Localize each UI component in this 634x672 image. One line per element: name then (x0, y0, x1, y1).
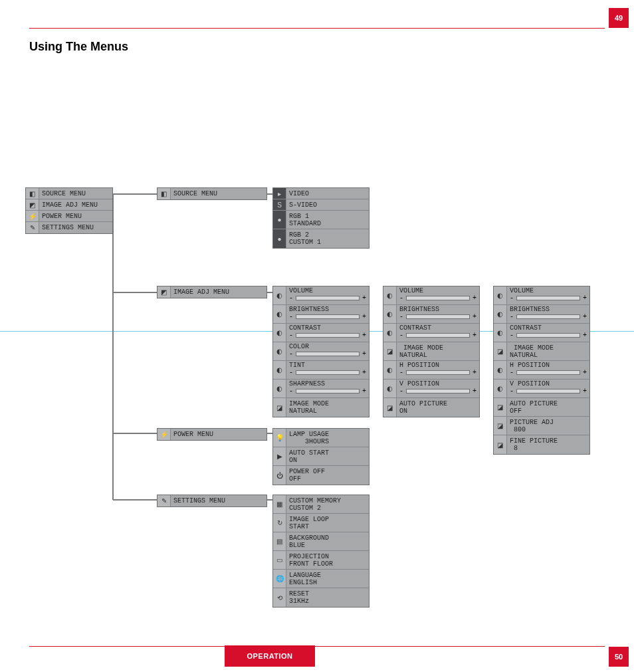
slider-p1-5[interactable]: ◐SHARPNESS-+ (273, 380, 369, 398)
fine-picture[interactable]: ◪FINE PICTURE 8 (494, 435, 589, 454)
submenu-header[interactable]: ⚡ POWER MENU (158, 429, 266, 440)
slider-p2b-1[interactable]: ◐V POSITION-+ (383, 380, 479, 398)
option-power-off[interactable]: ⏻ POWER OFF OFF (273, 466, 369, 485)
slider-bar[interactable]: -+ (286, 369, 369, 376)
slider-bar[interactable]: -+ (286, 332, 369, 339)
slider-bar[interactable]: -+ (286, 313, 369, 320)
slider-p1-0[interactable]: ◐VOLUME-+ (273, 286, 369, 305)
slider-p3-0[interactable]: ◐VOLUME-+ (494, 286, 589, 305)
plus-icon[interactable]: + (583, 313, 587, 320)
picture-adj[interactable]: ◪PICTURE ADJ 800 (494, 417, 589, 435)
slider-p2-1[interactable]: ◐BRIGHTNESS-+ (383, 305, 479, 324)
minus-icon[interactable]: - (399, 388, 403, 395)
option-custom-memory[interactable]: ▦ CUSTOM MEMORY CUSTOM 2 (273, 495, 369, 514)
menu-item-settings[interactable]: ✎ SETTINGS MENU (26, 222, 112, 233)
slider-p3b-0[interactable]: ◐H POSITION-+ (494, 361, 589, 380)
slider-bar[interactable]: -+ (286, 350, 369, 358)
plus-icon[interactable]: + (473, 369, 476, 376)
slider-bar[interactable]: -+ (507, 313, 589, 320)
minus-icon[interactable]: - (289, 332, 293, 339)
slider-bar[interactable]: -+ (397, 369, 479, 376)
minus-icon[interactable]: - (399, 369, 403, 376)
option-video[interactable]: ▸ VIDEO (273, 188, 369, 199)
plus-icon[interactable]: + (473, 388, 476, 395)
auto-picture[interactable]: ◪AUTO PICTURE ON (383, 398, 479, 417)
slider-bar[interactable]: -+ (286, 294, 369, 302)
option-language[interactable]: 🌐 LANGUAGE ENGLISH (273, 570, 369, 588)
slider-bar[interactable]: -+ (507, 388, 589, 395)
plus-icon[interactable]: + (362, 369, 366, 376)
image-mode[interactable]: ◪IMAGE MODE NATURAL (273, 398, 369, 417)
plus-icon[interactable]: + (473, 332, 476, 339)
menu-item-image-adj[interactable]: ◩ IMAGE ADJ MENU (26, 199, 112, 211)
slider-bar[interactable]: -+ (507, 369, 589, 376)
slider-bar[interactable]: -+ (397, 294, 479, 302)
option-label: BACKGROUND BLUE (286, 532, 369, 550)
slider-bar[interactable]: -+ (397, 332, 479, 339)
minus-icon[interactable]: - (289, 313, 293, 320)
option-lamp-usage[interactable]: 💡 LAMP USAGE 3HOURS (273, 429, 369, 447)
slider-p1-4[interactable]: ◐TINT-+ (273, 361, 369, 380)
option-background[interactable]: ▤ BACKGROUND BLUE (273, 532, 369, 551)
slider-p1-3[interactable]: ◐COLOR-+ (273, 342, 369, 361)
option-reset[interactable]: ⟲ RESET 31KHz (273, 588, 369, 607)
slider-bar[interactable]: -+ (397, 388, 479, 395)
minus-icon[interactable]: - (510, 388, 514, 395)
auto-picture[interactable]: ◪AUTO PICTURE OFF (494, 398, 589, 417)
plus-icon[interactable]: + (583, 294, 587, 302)
menu-item-source[interactable]: ◧ SOURCE MENU (26, 188, 112, 199)
image-mode[interactable]: ◪ IMAGE MODE NATURAL (494, 342, 589, 361)
slider-p3-1[interactable]: ◐BRIGHTNESS-+ (494, 305, 589, 324)
plus-icon[interactable]: + (583, 332, 587, 339)
slider-bar[interactable]: -+ (397, 313, 479, 320)
minus-icon[interactable]: - (399, 294, 403, 302)
plus-icon[interactable]: + (473, 313, 476, 320)
plus-icon[interactable]: + (473, 294, 476, 302)
menu-item-power[interactable]: ⚡ POWER MENU (26, 211, 112, 222)
slider-bar[interactable]: -+ (286, 388, 369, 395)
option-rgb2[interactable]: ● RGB 2 CUSTOM 1 (273, 229, 369, 248)
minus-icon[interactable]: - (399, 313, 403, 320)
minus-icon[interactable]: - (510, 332, 514, 339)
option-rgb1[interactable]: ● RGB 1 STANDARD (273, 211, 369, 229)
slider-p1-1[interactable]: ◐BRIGHTNESS-+ (273, 305, 369, 324)
option-image-loop[interactable]: ↻ IMAGE LOOP START (273, 514, 369, 532)
plus-icon[interactable]: + (362, 388, 366, 395)
submenu-header[interactable]: ✎ SETTINGS MENU (158, 495, 266, 506)
minus-icon[interactable]: - (510, 313, 514, 320)
page-number-bottom: 50 (609, 647, 629, 667)
slider-p2-2[interactable]: ◐CONTRAST-+ (383, 324, 479, 342)
plus-icon[interactable]: + (362, 350, 366, 358)
plus-icon[interactable]: + (362, 332, 366, 339)
image-adj-header: ◩ IMAGE ADJ MENU (157, 286, 267, 298)
plus-icon[interactable]: + (362, 294, 366, 302)
menu-item-label: SETTINGS MENU (39, 222, 112, 233)
plus-icon[interactable]: + (583, 369, 587, 376)
submenu-header-label: SOURCE MENU (171, 188, 266, 199)
slider-p2-0[interactable]: ◐VOLUME-+ (383, 286, 479, 305)
option-svideo[interactable]: S S-VIDEO (273, 199, 369, 211)
minus-icon[interactable]: - (399, 332, 403, 339)
slider-p3b-1[interactable]: ◐V POSITION-+ (494, 380, 589, 398)
submenu-header[interactable]: ◧ SOURCE MENU (158, 188, 266, 199)
minus-icon[interactable]: - (289, 294, 293, 302)
slider-bar[interactable]: -+ (507, 332, 589, 339)
minus-icon[interactable]: - (289, 350, 293, 358)
minus-icon[interactable]: - (510, 294, 514, 302)
option-projection[interactable]: ▭ PROJECTION FRONT FLOOR (273, 551, 369, 570)
settings-icon: ✎ (26, 222, 39, 233)
slider-p1-2[interactable]: ◐CONTRAST-+ (273, 324, 369, 342)
minus-icon[interactable]: - (510, 369, 514, 376)
plus-icon[interactable]: + (362, 313, 366, 320)
slider-p2b-0[interactable]: ◐H POSITION-+ (383, 361, 479, 380)
submenu-header[interactable]: ◩ IMAGE ADJ MENU (158, 286, 266, 298)
volume-icon: ◐ (494, 286, 507, 304)
slider-label: BRIGHTNESS (507, 305, 589, 313)
slider-bar[interactable]: -+ (507, 294, 589, 302)
plus-icon[interactable]: + (583, 388, 587, 395)
option-auto-start[interactable]: ▶ AUTO START ON (273, 447, 369, 466)
minus-icon[interactable]: - (289, 388, 293, 395)
slider-p3-2[interactable]: ◐CONTRAST-+ (494, 324, 589, 342)
image-mode[interactable]: ◪ IMAGE MODE NATURAL (383, 342, 479, 361)
minus-icon[interactable]: - (289, 369, 293, 376)
